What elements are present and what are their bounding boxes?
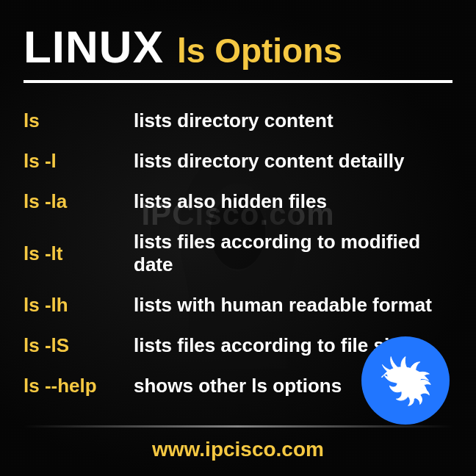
command-row: ls -lh lists with human readable format [24, 294, 452, 317]
command-description: lists with human readable format [134, 294, 432, 317]
header-row: LINUX ls Options [24, 21, 452, 83]
command-description: lists files according to file size [134, 334, 410, 357]
command-name: ls -lt [24, 242, 134, 265]
title-sub: ls Options [177, 31, 342, 71]
command-name: ls -la [24, 190, 134, 213]
kali-logo-badge [361, 336, 450, 425]
command-row: ls -lt lists files according to modified… [24, 231, 452, 276]
command-description: lists also hidden files [134, 190, 327, 213]
command-row: ls -l lists directory content detailly [24, 150, 452, 173]
command-name: ls --help [24, 375, 134, 397]
command-name: ls [24, 109, 134, 132]
footer: www.ipcisco.com [24, 425, 452, 461]
command-name: ls -lh [24, 294, 134, 317]
command-name: ls -l [24, 150, 134, 173]
command-name: ls -lS [24, 334, 134, 357]
title-main: LINUX [24, 21, 164, 73]
command-description: lists files according to modified date [134, 231, 452, 276]
command-description: lists directory content [134, 109, 333, 132]
command-description: shows other ls options [134, 375, 342, 397]
command-row: ls -la lists also hidden files [24, 190, 452, 213]
command-description: lists directory content detailly [134, 150, 404, 173]
footer-url: www.ipcisco.com [152, 438, 324, 461]
command-row: ls lists directory content [24, 109, 452, 132]
kali-dragon-icon [372, 347, 439, 414]
